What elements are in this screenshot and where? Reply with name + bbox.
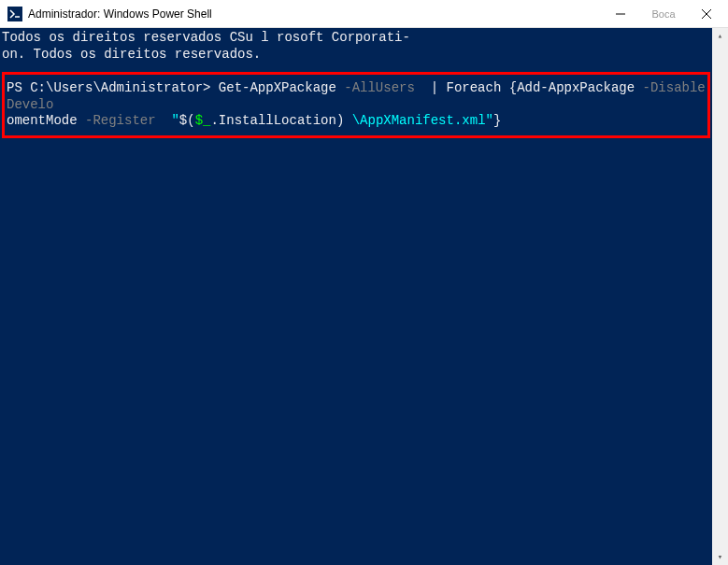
manifest-path: \AppXManifest.xml: [352, 113, 486, 128]
install-location: .InstallLocation): [210, 113, 351, 128]
scroll-track[interactable]: [712, 44, 728, 549]
scroll-down-button[interactable]: ▾: [712, 549, 728, 565]
maximize-button[interactable]: Boca: [642, 0, 685, 28]
command-highlight-box: PS C:\Users\Administrator> Get-AppXPacka…: [2, 72, 710, 138]
line2-start: omentMode: [7, 113, 85, 128]
minimize-button[interactable]: [599, 0, 642, 28]
close-button[interactable]: [685, 0, 728, 28]
scrollbar[interactable]: ▴ ▾: [712, 28, 728, 565]
header-line-1: Todos os direitos reservados CSu l rosof…: [0, 30, 712, 47]
titlebar-left: Administrador: Windows Power Shell: [0, 7, 212, 21]
powershell-window: Administrador: Windows Power Shell Boca …: [0, 0, 728, 565]
pipeline-var: $_: [195, 113, 211, 128]
cmdlet-add: Add-AppxPackage: [517, 80, 642, 95]
subexpr-open: $(: [179, 113, 195, 128]
scroll-up-button[interactable]: ▴: [712, 28, 728, 44]
quote-close: ": [486, 113, 493, 128]
cmdlet-foreach: Foreach: [447, 80, 509, 95]
window-controls: Boca: [599, 0, 728, 28]
param-allusers: -AllUsers: [344, 80, 422, 95]
prompt: PS C:\Users\Administrator>: [7, 80, 219, 95]
titlebar[interactable]: Administrador: Windows Power Shell Boca: [0, 0, 728, 28]
cmdlet-get: Get-AppXPackage: [219, 80, 344, 95]
powershell-icon: [7, 7, 22, 21]
param-register: -Register: [85, 113, 164, 128]
window-title: Administrador: Windows Power Shell: [28, 7, 212, 21]
brace-close: }: [493, 113, 501, 128]
brace-open: {: [509, 80, 517, 95]
quote-open: ": [164, 113, 179, 128]
pipe-char: |: [422, 80, 446, 95]
header-line-2: on. Todos os direitos reservados.: [0, 47, 712, 64]
terminal-area: Todos os direitos reservados CSu l rosof…: [0, 28, 728, 565]
terminal[interactable]: Todos os direitos reservados CSu l rosof…: [0, 28, 712, 565]
